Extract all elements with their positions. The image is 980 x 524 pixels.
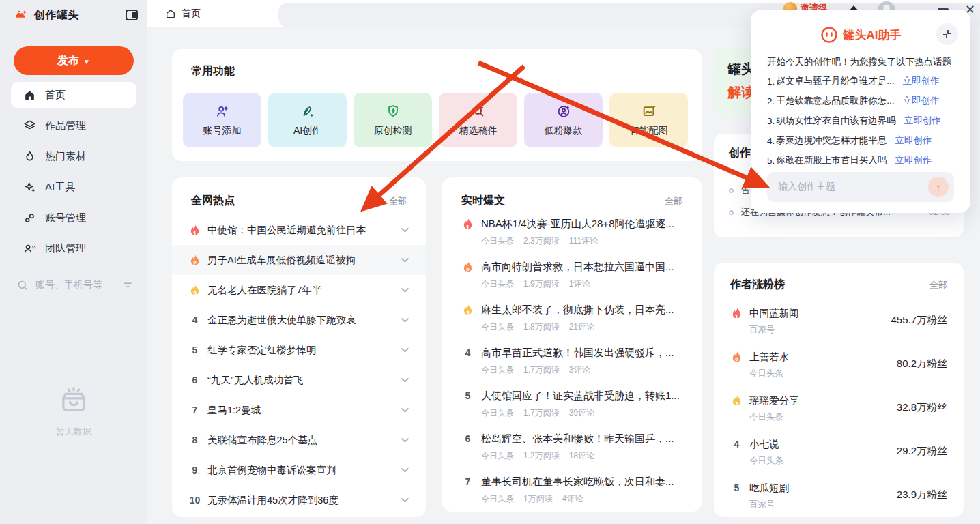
hot-topic-title: 红学专家否定红楼梦悼明 <box>207 344 317 357</box>
author-name: 小七说 <box>749 438 783 451</box>
minimize-icon[interactable] <box>938 8 949 10</box>
author-platform: 今日头条 <box>749 455 783 467</box>
hot-article-row[interactable]: 7 董事长司机在董事长家吃晚饭，次日和妻... 今日头条 1万阅读 4评论 <box>442 476 702 505</box>
bullet-icon <box>729 210 734 215</box>
publish-button[interactable]: 发布▼ <box>14 46 134 75</box>
fans-count: 23.9万粉丝 <box>897 489 947 501</box>
chevron-down-icon[interactable] <box>401 377 409 383</box>
chevron-down-icon[interactable] <box>401 317 409 323</box>
hot-topic-row[interactable]: 4 金正恩为逝世俄大使单膝下跪致哀 <box>172 305 426 335</box>
hot-topic-row[interactable]: 6 “九天”无人机成功首飞 <box>172 365 426 395</box>
hot-article-row[interactable]: 6 松岛辉空、张本美和惨败！昨天输国乒，... 今日头条 1.2万阅读 18评论 <box>442 433 702 462</box>
quick-function-tile[interactable]: 精选稿件 <box>439 93 517 147</box>
ai-topic-title: 你敢在新股上市首日买入吗 <box>776 154 887 166</box>
chevron-down-icon[interactable] <box>401 497 409 504</box>
fan-ranking-row[interactable]: 2 上善若水 今日头条 80.2万粉丝 <box>730 351 947 379</box>
quick-function-label: 精选稿件 <box>459 125 498 137</box>
ai-topic-row: 3. 职场女性穿衣自由该有边界吗 立即创作 <box>767 115 954 127</box>
hot-topic-row[interactable]: 9 北京首例宠物中毒诉讼案宣判 <box>172 455 426 485</box>
filter-icon[interactable] <box>121 280 134 291</box>
collapse-icon[interactable] <box>936 23 958 45</box>
hot-topic-title: 皇马1:2曼城 <box>207 404 261 417</box>
author-name: 吃瓜短剧 <box>749 482 789 495</box>
rank-badge: 1 <box>188 224 201 237</box>
quick-function-label: 原创检测 <box>374 125 412 137</box>
create-now-link[interactable]: 立即创作 <box>904 115 941 127</box>
hot-article-row[interactable]: 1 NBA杯1/4决赛-亚历山大28+8阿伦遭驱逐... 今日头条 2.3万阅读… <box>442 218 702 247</box>
hot-article-row[interactable]: 5 大使馆回应了！证实蓝战非受胁迫，转账1... 今日头条 1.7万阅读 39评… <box>442 390 702 419</box>
rank-badge: 9 <box>188 464 201 477</box>
close-icon[interactable]: ✕ <box>965 4 975 15</box>
hot-topic-row[interactable]: 5 红学专家否定红楼梦悼明 <box>172 335 426 365</box>
hot-topic-row[interactable]: 7 皇马1:2曼城 <box>172 395 426 425</box>
chevron-down-icon[interactable] <box>401 467 409 474</box>
sidebar-item[interactable]: 账号管理 <box>11 205 136 231</box>
sidebar-item[interactable]: 热门素材 <box>11 143 136 169</box>
quick-function-tile[interactable]: 低粉爆款 <box>524 93 603 147</box>
tab-home-label: 首页 <box>182 8 201 20</box>
empty-text: 暂无数据 <box>0 426 147 438</box>
hot-articles-all-link[interactable]: 全部 <box>665 195 682 207</box>
fans-ranking-all-link[interactable]: 全部 <box>929 279 947 291</box>
chevron-down-icon[interactable] <box>401 227 409 233</box>
article-title: 高市早苗正式道歉！韩国发出强硬驳斥，... <box>481 347 674 358</box>
article-title: 麻生太郎不装了，彻底撕下伪装，日本亮... <box>481 304 674 315</box>
quick-function-tile[interactable]: AI创作 <box>268 93 347 147</box>
article-meta: 今日头条 1万阅读 4评论 <box>481 493 674 505</box>
hot-topic-row[interactable]: 1 中使馆：中国公民近期避免前往日本 <box>172 215 426 245</box>
hot-topic-row[interactable]: 3 无名老人在医院躺了7年半 <box>172 275 426 305</box>
hot-topic-row[interactable]: 2 男子AI生成车展低俗视频造谣被拘 <box>172 245 426 275</box>
article-meta: 今日头条 1.7万阅读 3评论 <box>481 364 674 376</box>
create-now-link[interactable]: 立即创作 <box>903 75 940 87</box>
create-now-link[interactable]: 立即创作 <box>903 95 940 107</box>
fan-ranking-row[interactable]: 3 瑶瑶爱分享 今日头条 32.8万粉丝 <box>730 394 947 423</box>
hot-topic-title: 男子AI生成车展低俗视频造谣被拘 <box>207 254 356 267</box>
app-logo-icon <box>14 8 30 23</box>
chevron-down-icon[interactable] <box>401 257 409 263</box>
rank-badge: 4 <box>188 314 201 327</box>
caret-down-icon: ▼ <box>83 58 90 66</box>
sidebar-collapse-icon[interactable] <box>126 10 138 20</box>
hot-topics-all-link[interactable]: 全部 <box>389 195 407 207</box>
ai-topic-row: 2. 王楚钦靠意志品质取胜你怎... 立即创作 <box>767 95 954 107</box>
chevron-down-icon[interactable] <box>401 347 409 353</box>
sidebar-item[interactable]: 作品管理 <box>11 113 136 139</box>
quick-function-label: 低粉爆款 <box>545 125 583 137</box>
rank-badge: 7 <box>461 476 474 489</box>
hot-article-row[interactable]: 4 高市早苗正式道歉！韩国发出强硬驳斥，... 今日头条 1.7万阅读 3评论 <box>442 347 702 376</box>
article-reads: 1.2万阅读 <box>523 450 560 462</box>
hot-topic-row[interactable]: 10 无汞体温计用45次才降到36度 <box>172 485 426 515</box>
chevron-down-icon[interactable] <box>401 437 409 443</box>
fans-count: 29.2万粉丝 <box>897 445 947 458</box>
sidebar-item[interactable]: AI工具 <box>11 174 136 200</box>
hot-article-row[interactable]: 3 麻生太郎不装了，彻底撕下伪装，日本亮... 今日头条 1.8万阅读 21评论 <box>442 304 702 333</box>
quick-function-tile[interactable]: 智能配图 <box>609 93 688 147</box>
quick-function-tile[interactable]: 原创检测 <box>354 93 432 147</box>
article-comments: 111评论 <box>569 235 598 247</box>
chevron-down-icon[interactable] <box>401 287 409 293</box>
quick-function-icon <box>300 104 315 119</box>
bullet-icon <box>729 170 734 175</box>
create-now-link[interactable]: 立即创作 <box>895 154 932 166</box>
sidebar-item[interactable]: 团队管理 <box>11 235 136 261</box>
fan-ranking-row[interactable]: 5 吃瓜短剧 百家号 23.9万粉丝 <box>730 482 947 510</box>
send-button[interactable]: ↑ <box>928 177 949 197</box>
sidebar-item-icon <box>23 242 36 255</box>
hot-article-row[interactable]: 2 高市向特朗普求救，日本想拉六国逼中国... 今日头条 1.9万阅读 1评论 <box>442 261 702 290</box>
ai-topic-row: 4. 泰柬边境冲突怎样才能平息 立即创作 <box>767 134 954 147</box>
fan-ranking-row[interactable]: 1 中国蓝新闻 百家号 455.7万粉丝 <box>730 307 947 336</box>
sidebar-search[interactable]: 账号、手机号等 <box>16 276 134 295</box>
hot-topic-title: 无名老人在医院躺了7年半 <box>207 284 322 297</box>
sidebar-item[interactable]: 首页 <box>11 82 136 108</box>
hot-topic-row[interactable]: 8 美联储宣布降息25个基点 <box>172 425 426 455</box>
article-meta: 今日头条 1.8万阅读 21评论 <box>481 321 674 333</box>
chevron-down-icon[interactable] <box>401 407 409 413</box>
ai-assistant-title: 罐头AI助手 <box>844 27 902 43</box>
quick-function-tile[interactable]: 账号添加 <box>183 93 261 147</box>
fan-ranking-row[interactable]: 4 小七说 今日头条 29.2万粉丝 <box>730 438 947 467</box>
rank-badge: 5 <box>461 390 474 403</box>
rank-badge: 6 <box>461 433 474 446</box>
ai-topic-input[interactable]: 输入创作主题 ↑ <box>767 172 954 202</box>
tab-home[interactable]: 首页 <box>147 0 278 27</box>
create-now-link[interactable]: 立即创作 <box>895 134 932 147</box>
